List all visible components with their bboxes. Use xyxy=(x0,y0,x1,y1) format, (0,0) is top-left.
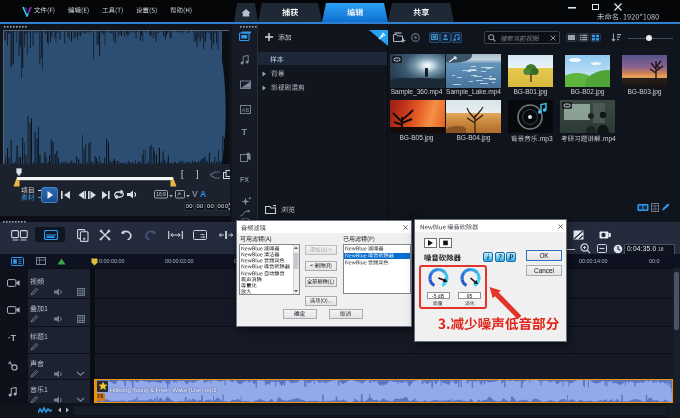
svg-text:AB: AB xyxy=(242,106,250,112)
svg-text:.mp4: .mp4 xyxy=(601,135,616,143)
svg-text:P: P xyxy=(509,253,514,262)
svg-text:16:9: 16:9 xyxy=(156,191,166,197)
svg-text:?: ? xyxy=(498,253,502,262)
svg-text:.mp3: .mp3 xyxy=(538,135,553,143)
